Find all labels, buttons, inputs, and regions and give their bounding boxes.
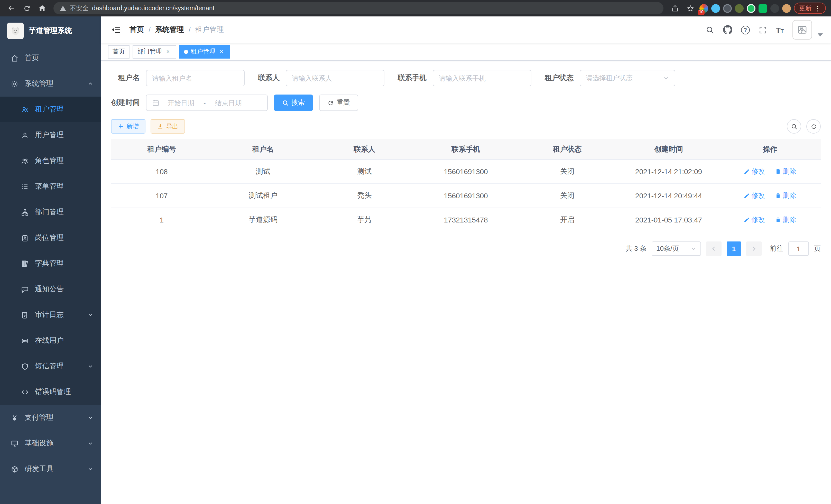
delete-link[interactable]: 删除 — [775, 191, 796, 200]
header-search-icon[interactable] — [705, 25, 714, 34]
kebab-menu-icon[interactable]: ⋮ — [814, 4, 821, 12]
edit-link[interactable]: 修改 — [744, 167, 765, 176]
breadcrumb-system[interactable]: 系统管理 — [155, 25, 184, 34]
navbar: 首页 / 系统管理 / 租户管理 ? — [101, 17, 831, 43]
cell-contact: 芋艿 — [314, 208, 415, 232]
tenant-name-input[interactable] — [152, 74, 238, 82]
extension-icon-green-circle[interactable] — [747, 4, 755, 12]
table-row: 107 测试租户 秃头 15601691300 关闭 2021-12-14 20… — [111, 184, 821, 208]
people-icon — [21, 157, 29, 165]
breadcrumb-home[interactable]: 首页 — [130, 25, 144, 34]
browser-toolbar: 不安全 dashboard.yudao.iocoder.cn/system/te… — [0, 0, 831, 17]
delete-link[interactable]: 删除 — [775, 215, 796, 225]
sidebar-item-sms[interactable]: 短信管理 — [0, 353, 101, 379]
search-button[interactable]: 搜索 — [274, 94, 313, 111]
date-end-input[interactable] — [210, 99, 247, 107]
edit-link[interactable]: 修改 — [744, 191, 765, 200]
sidebar-item-notice[interactable]: 通知公告 — [0, 276, 101, 302]
extension-icon-colorful[interactable]: 10 — [699, 4, 708, 12]
browser-update-button[interactable]: 更新 ⋮ — [794, 3, 826, 14]
sidebar-item-online-users[interactable]: 在线用户 — [0, 328, 101, 353]
sidebar-item-audit-log[interactable]: 审计日志 — [0, 302, 101, 328]
user-avatar[interactable] — [793, 20, 812, 39]
date-start-input[interactable] — [163, 99, 199, 107]
tab-tenant[interactable]: 租户管理 × — [179, 45, 230, 58]
main-panel: 首页 / 系统管理 / 租户管理 ? — [101, 17, 831, 504]
sidebar-item-tenant[interactable]: 租户管理 — [0, 97, 101, 122]
sidebar-item-post[interactable]: 岗位管理 — [0, 225, 101, 251]
contact-input[interactable] — [292, 74, 378, 82]
share-icon[interactable] — [668, 2, 681, 14]
sidebar-item-role[interactable]: 角色管理 — [0, 148, 101, 174]
sidebar-item-user[interactable]: 用户管理 — [0, 122, 101, 148]
tab-dept[interactable]: 部门管理 × — [133, 45, 176, 58]
reload-icon[interactable] — [21, 2, 33, 14]
github-icon[interactable] — [723, 25, 732, 34]
profile-avatar-icon[interactable] — [782, 4, 791, 12]
chevron-down-icon — [87, 415, 93, 421]
sidebar-item-system[interactable]: 系统管理 — [0, 71, 101, 97]
reset-button[interactable]: 重置 — [319, 94, 358, 111]
sidebar-item-label: 字典管理 — [35, 259, 64, 268]
next-page-button[interactable] — [746, 241, 762, 256]
sidebar-item-infra[interactable]: 基础设施 — [0, 431, 101, 456]
extension-icon-olive[interactable] — [735, 4, 744, 12]
home-icon[interactable] — [36, 2, 48, 14]
goto-page-input[interactable] — [789, 241, 809, 256]
cell-status: 开启 — [516, 208, 618, 232]
add-button[interactable]: 新增 — [111, 119, 145, 134]
cell-phone: 15601691300 — [415, 159, 517, 184]
extension-icon-blue[interactable] — [711, 4, 720, 12]
contact-input-wrap — [286, 70, 384, 86]
yen-icon — [10, 414, 19, 422]
url-text[interactable]: dashboard.yudao.iocoder.cn/system/tenant — [92, 5, 214, 12]
sidebar-item-dept[interactable]: 部门管理 — [0, 199, 101, 225]
security-label[interactable]: 不安全 — [70, 4, 88, 12]
sidebar-item-dict[interactable]: 字典管理 — [0, 251, 101, 276]
help-icon[interactable]: ? — [741, 25, 749, 34]
export-button[interactable]: 导出 — [150, 119, 185, 134]
fullscreen-icon[interactable] — [758, 25, 767, 34]
sidebar-item-home[interactable]: 首页 — [0, 45, 101, 71]
back-icon[interactable] — [5, 2, 18, 14]
contact-label: 联系人 — [258, 73, 286, 83]
tab-close-icon[interactable]: × — [165, 48, 172, 55]
sidebar-item-payment[interactable]: 支付管理 — [0, 405, 101, 431]
sidebar-fold-icon[interactable] — [106, 25, 126, 35]
sidebar-item-label: 支付管理 — [25, 413, 53, 422]
delete-label: 删除 — [783, 167, 796, 176]
prev-page-button[interactable] — [706, 241, 721, 256]
edit-link[interactable]: 修改 — [744, 215, 765, 225]
cell-contact: 秃头 — [314, 184, 415, 208]
sidebar-item-error-code[interactable]: 错误码管理 — [0, 379, 101, 405]
refresh-table-icon[interactable] — [806, 119, 821, 134]
cell-phone: 17321315478 — [415, 208, 517, 232]
status-select[interactable]: 请选择租户状态 — [580, 70, 675, 86]
sidebar-item-label: 菜单管理 — [35, 182, 64, 191]
page-number-1[interactable]: 1 — [727, 241, 741, 256]
message-icon — [21, 285, 29, 293]
delete-link[interactable]: 删除 — [775, 167, 796, 176]
address-bar[interactable]: 不安全 dashboard.yudao.iocoder.cn/system/te… — [53, 2, 663, 14]
logo[interactable]: 芋道管理系统 — [0, 17, 101, 45]
extension-icon-green-square[interactable] — [758, 4, 767, 12]
phone-input[interactable] — [439, 74, 525, 82]
tenant-name-input-wrap — [146, 70, 245, 86]
tenant-name-label: 租户名 — [111, 73, 146, 83]
sidebar-item-dev-tools[interactable]: 研发工具 — [0, 456, 101, 482]
col-created: 创建时间 — [618, 139, 719, 159]
font-size-icon[interactable]: TT — [776, 25, 784, 34]
tab-close-icon[interactable]: × — [218, 48, 225, 55]
extension-icon-dark-ring[interactable] — [723, 4, 732, 12]
date-range-picker[interactable]: - — [146, 94, 268, 111]
page-size-select[interactable]: 10条/页 — [652, 241, 701, 256]
cell-phone: 15601691300 — [415, 184, 517, 208]
tab-home[interactable]: 首页 — [108, 45, 130, 58]
sidebar-item-menu[interactable]: 菜单管理 — [0, 174, 101, 199]
bookmark-star-icon[interactable] — [684, 2, 696, 14]
avatar-caret-icon[interactable] — [818, 33, 823, 36]
logo-image — [7, 23, 24, 39]
navbar-actions: ? TT — [705, 20, 823, 39]
show-search-icon[interactable] — [787, 119, 801, 134]
extension-icon-puzzle[interactable] — [770, 4, 779, 12]
